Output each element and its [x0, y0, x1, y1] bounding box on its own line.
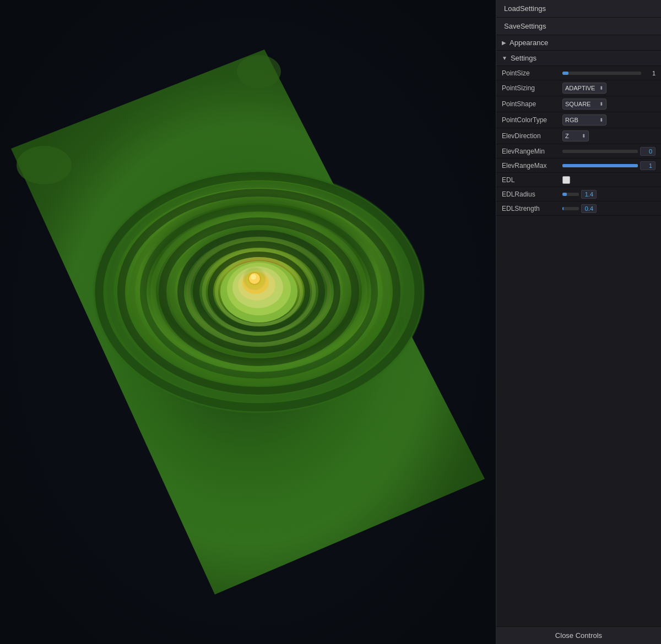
elev-range-max-label: ElevRangeMax — [502, 162, 562, 170]
point-shape-label: PointShape — [502, 100, 562, 108]
appearance-label: Appearance — [510, 39, 548, 47]
elev-direction-chevron: ⬍ — [582, 133, 586, 139]
elev-range-min-control: 0 — [562, 147, 655, 156]
point-color-type-control: RGB ⬍ — [562, 114, 655, 125]
point-size-label: PointSize — [502, 69, 562, 77]
point-color-type-select[interactable]: RGB ⬍ — [562, 114, 606, 125]
point-color-type-chevron: ⬍ — [599, 117, 604, 123]
point-color-type-value: RGB — [565, 117, 578, 123]
point-shape-value: SQUARE — [565, 101, 590, 107]
point-shape-control: SQUARE ⬍ — [562, 99, 655, 110]
elev-range-min-slider[interactable] — [562, 150, 638, 153]
elev-direction-row: ElevDirection Z ⬍ — [496, 128, 661, 144]
elev-direction-control: Z ⬍ — [562, 130, 655, 141]
edl-radius-value: 1.4 — [581, 190, 597, 199]
edl-radius-slider[interactable] — [562, 193, 579, 196]
3d-viewport[interactable] — [0, 0, 496, 644]
appearance-arrow: ▶ — [502, 40, 506, 46]
elev-range-max-value: 1 — [640, 161, 655, 170]
elev-direction-value: Z — [565, 133, 569, 139]
svg-point-27 — [17, 146, 72, 184]
load-settings-button[interactable]: LoadSettings — [496, 0, 661, 18]
elev-range-max-slider[interactable] — [562, 164, 638, 167]
point-sizing-control: ADAPTIVE ⬍ — [562, 83, 655, 94]
point-shape-row: PointShape SQUARE ⬍ — [496, 96, 661, 112]
point-sizing-select[interactable]: ADAPTIVE ⬍ — [562, 83, 606, 94]
point-sizing-label: PointSizing — [502, 84, 562, 92]
point-size-row: PointSize 1 — [496, 66, 661, 80]
edl-strength-slider[interactable] — [562, 207, 579, 210]
edl-strength-row: EDLStrength 0.4 — [496, 201, 661, 216]
settings-section-header[interactable]: ▼ Settings — [496, 51, 661, 66]
point-size-track[interactable] — [562, 72, 641, 75]
point-sizing-row: PointSizing ADAPTIVE ⬍ — [496, 80, 661, 96]
edl-row: EDL — [496, 173, 661, 187]
edl-radius-row: EDLRadius 1.4 — [496, 187, 661, 201]
settings-label: Settings — [511, 54, 537, 62]
edl-control — [562, 176, 655, 184]
edl-radius-label: EDLRadius — [502, 190, 562, 198]
elev-range-min-value: 0 — [640, 147, 655, 156]
point-shape-select[interactable]: SQUARE ⬍ — [562, 99, 606, 110]
point-size-fill — [562, 72, 568, 75]
point-shape-chevron: ⬍ — [599, 101, 604, 107]
edl-checkbox[interactable] — [562, 176, 570, 184]
elev-direction-select[interactable]: Z ⬍ — [562, 130, 589, 141]
point-sizing-chevron: ⬍ — [599, 85, 604, 91]
settings-body: PointSize 1 PointSizing ADAPTIVE ⬍ — [496, 66, 661, 216]
settings-panel: LoadSettings SaveSettings ▶ Appearance ▼… — [496, 0, 661, 644]
point-color-type-label: PointColorType — [502, 116, 562, 124]
save-settings-button[interactable]: SaveSettings — [496, 18, 661, 35]
point-size-slider-wrap[interactable] — [562, 72, 641, 75]
edl-label: EDL — [502, 176, 562, 184]
elev-range-max-row: ElevRangeMax 1 — [496, 159, 661, 173]
elev-range-min-row: ElevRangeMin 0 — [496, 144, 661, 159]
edl-strength-label: EDLStrength — [502, 205, 562, 212]
edl-strength-value: 0.4 — [581, 204, 597, 213]
elev-range-max-control: 1 — [562, 161, 655, 170]
point-size-control: 1 — [562, 70, 655, 77]
edl-strength-control: 0.4 — [562, 204, 655, 213]
point-sizing-value: ADAPTIVE — [565, 85, 595, 91]
elev-direction-label: ElevDirection — [502, 132, 562, 140]
point-color-type-row: PointColorType RGB ⬍ — [496, 112, 661, 128]
appearance-section-header[interactable]: ▶ Appearance — [496, 35, 661, 51]
svg-point-28 — [237, 55, 281, 88]
close-controls-button[interactable]: Close Controls — [496, 626, 661, 644]
point-size-value: 1 — [643, 70, 655, 77]
edl-radius-control: 1.4 — [562, 190, 655, 199]
elev-range-min-label: ElevRangeMin — [502, 148, 562, 155]
settings-arrow: ▼ — [502, 55, 507, 61]
